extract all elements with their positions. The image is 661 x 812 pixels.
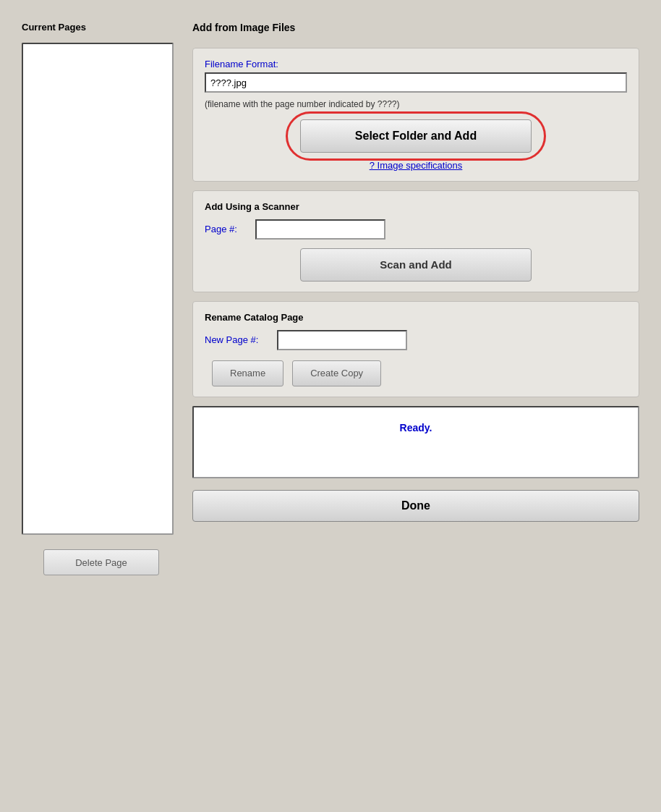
scanner-section: Add Using a Scanner Page #: Scan and Add — [192, 190, 639, 292]
status-text: Ready. — [400, 422, 432, 434]
add-image-title: Add from Image Files — [192, 22, 639, 33]
new-page-row: New Page #: — [205, 330, 627, 350]
pages-listbox[interactable] — [22, 43, 174, 535]
rename-section: Rename Catalog Page New Page #: Rename C… — [192, 301, 639, 397]
rename-button[interactable]: Rename — [212, 360, 283, 386]
new-page-label: New Page #: — [205, 334, 270, 345]
scanner-page-row: Page #: — [205, 219, 627, 240]
select-folder-wrapper: Select Folder and Add — [205, 119, 627, 153]
new-page-input[interactable] — [277, 330, 407, 350]
image-files-section: Filename Format: (filename with the page… — [192, 48, 639, 182]
filename-format-input[interactable] — [205, 72, 627, 93]
current-pages-title: Current Pages — [22, 22, 181, 33]
done-button[interactable]: Done — [192, 490, 639, 522]
scan-and-add-button[interactable]: Scan and Add — [300, 248, 532, 282]
select-folder-add-button[interactable]: Select Folder and Add — [300, 119, 532, 153]
rename-buttons-row: Rename Create Copy — [205, 360, 627, 386]
filename-format-label: Filename Format: — [205, 59, 627, 69]
add-image-section-title-text: Add from Image Files — [192, 22, 639, 39]
scanner-page-label: Page #: — [205, 224, 248, 234]
scanner-section-heading: Add Using a Scanner — [205, 201, 627, 212]
scanner-page-input[interactable] — [255, 219, 385, 240]
left-panel: Current Pages Delete Page — [22, 22, 181, 575]
right-panel: Add from Image Files Filename Format: (f… — [192, 22, 639, 575]
status-box: Ready. — [192, 406, 639, 478]
filename-hint: (filename with the page number indicated… — [205, 98, 627, 111]
create-copy-button[interactable]: Create Copy — [292, 360, 381, 386]
image-specifications-link[interactable]: ? Image specifications — [205, 160, 627, 171]
delete-page-button[interactable]: Delete Page — [43, 549, 159, 575]
rename-section-heading: Rename Catalog Page — [205, 312, 627, 323]
main-container: Current Pages Delete Page Add from Image… — [14, 14, 647, 583]
